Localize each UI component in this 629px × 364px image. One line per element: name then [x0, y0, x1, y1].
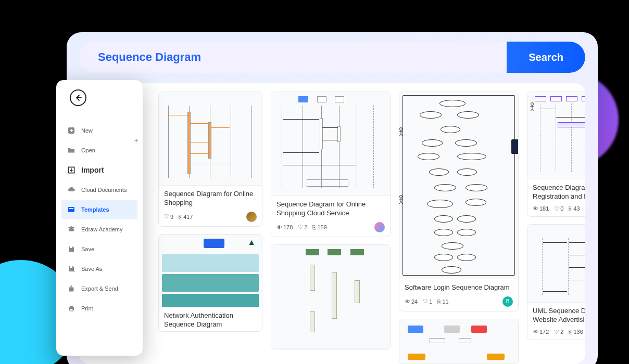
template-title: Sequence Diagram for User Registration a…: [527, 179, 585, 203]
template-thumbnail: [399, 92, 518, 279]
svg-line-3: [399, 134, 401, 136]
template-title: Software Login Sequence Diagram: [399, 279, 518, 294]
gallery-column: Sequence Diagram for Online Shopping ♡9 …: [158, 92, 262, 364]
template-thumbnail: [159, 92, 262, 186]
sidebar-item-new[interactable]: New: [61, 121, 137, 140]
app-window: Sequence Diagram Search: [67, 32, 598, 364]
plus-icon[interactable]: +: [134, 136, 139, 145]
save-icon: [67, 244, 76, 254]
academy-icon: [67, 225, 76, 234]
svg-line-8: [399, 201, 401, 204]
search-button[interactable]: Search: [507, 42, 585, 73]
sidebar-item-label: New: [81, 127, 93, 134]
template-card[interactable]: Sequence Diagram for User Registration a…: [527, 92, 585, 217]
copies-stat: ⎘136: [569, 329, 583, 335]
svg-line-9: [401, 201, 402, 204]
likes-stat: ♡2: [298, 224, 307, 230]
sidebar-item-label: Save As: [81, 266, 102, 272]
views-stat: 👁24: [405, 298, 418, 305]
gallery-column: Software Login Sequence Diagram 👁24 ♡1 ⎘…: [399, 92, 519, 364]
sidebar-item-label: Import: [81, 166, 104, 174]
template-thumbnail: [527, 92, 585, 179]
template-stats: 👁178 ♡2 ⎘159: [271, 220, 390, 237]
svg-rect-18: [71, 208, 73, 209]
svg-rect-19: [70, 246, 72, 248]
svg-line-13: [531, 109, 532, 111]
sidebar-item-print[interactable]: Print: [61, 298, 137, 318]
cloud-icon: [67, 185, 76, 194]
template-card[interactable]: [399, 319, 519, 364]
sidebar-item-academy[interactable]: Edraw Academy: [61, 219, 137, 239]
arrow-left-icon: [74, 94, 82, 102]
print-icon: [67, 304, 76, 313]
sidebar-item-export[interactable]: Export & Send: [61, 279, 137, 298]
search-input[interactable]: Sequence Diagram: [98, 50, 507, 64]
sidebar-item-label: Save: [81, 246, 94, 252]
template-title: UML Sequence Diagram Website Advertising…: [527, 303, 585, 327]
template-card[interactable]: UML Sequence Diagram Website Advertising…: [527, 224, 585, 340]
template-title: Sequence Diagram for Online Shopping: [159, 186, 262, 210]
search-bar: Sequence Diagram Search: [79, 42, 585, 73]
likes-stat: ♡2: [554, 329, 563, 335]
gallery-column: Sequence Diagram for Online Shopping Clo…: [271, 92, 391, 364]
template-card[interactable]: Sequence Diagram for Online Shopping ♡9 …: [158, 92, 262, 227]
author-avatar: B: [502, 296, 513, 307]
back-button[interactable]: [70, 89, 86, 106]
sidebar-item-label: Open: [81, 147, 95, 153]
sidebar-item-saveas[interactable]: Save As: [61, 259, 137, 279]
template-card[interactable]: [271, 244, 391, 349]
new-icon: [67, 126, 76, 135]
svg-line-14: [532, 109, 534, 111]
svg-rect-20: [70, 266, 72, 268]
copies-stat: ⎘43: [569, 205, 580, 212]
sidebar-item-label: Print: [81, 305, 93, 311]
sidebar-item-label: Edraw Academy: [81, 226, 122, 232]
save-as-icon: [67, 264, 76, 274]
likes-stat: ♡9: [164, 213, 173, 220]
svg-rect-23: [70, 309, 73, 311]
template-thumbnail: ▲: [159, 235, 262, 307]
sidebar-menu: New Open Import Cloud Documents Template…: [61, 121, 137, 318]
sidebar-item-label: Export & Send: [81, 285, 118, 292]
sidebar-item-label: Cloud Documents: [81, 187, 127, 193]
svg-point-5: [400, 196, 402, 198]
sidebar: + New Open Import Cloud Documents Templa…: [56, 80, 143, 356]
sidebar-item-templates[interactable]: Templates: [61, 200, 137, 219]
template-title: Sequence Diagram for Online Shopping Clo…: [271, 196, 390, 220]
folder-icon: [67, 146, 76, 155]
template-stats: 👁24 ♡1 ⎘11 B: [399, 294, 518, 311]
sidebar-item-cloud[interactable]: Cloud Documents: [61, 180, 137, 200]
template-thumbnail: [527, 225, 585, 303]
likes-stat: ♡0: [554, 205, 563, 212]
template-card[interactable]: ▲ Network Authentication Sequence Diagra…: [158, 234, 262, 332]
author-avatar: [246, 212, 257, 222]
template-card[interactable]: Software Login Sequence Diagram 👁24 ♡1 ⎘…: [399, 92, 519, 311]
import-icon: [67, 165, 76, 175]
copies-stat: ⎘417: [179, 214, 193, 220]
gallery-column: Sequence Diagram for User Registration a…: [527, 92, 585, 364]
template-thumbnail: [271, 92, 390, 196]
sidebar-item-import[interactable]: Import: [61, 160, 137, 180]
svg-rect-17: [69, 208, 71, 209]
sidebar-item-open[interactable]: Open: [61, 140, 137, 160]
template-thumbnail: [399, 319, 518, 364]
svg-rect-22: [70, 306, 73, 307]
svg-rect-16: [68, 207, 74, 212]
sidebar-item-save[interactable]: Save: [61, 239, 137, 259]
views-stat: 👁178: [276, 224, 293, 230]
template-stats: 👁181 ♡0 ⎘43: [527, 203, 585, 216]
template-card[interactable]: Sequence Diagram for Online Shopping Clo…: [271, 92, 391, 237]
template-stats: ♡9 ⎘417: [159, 210, 262, 226]
template-thumbnail: [271, 245, 390, 349]
templates-icon: [67, 205, 76, 214]
svg-point-10: [531, 103, 534, 106]
template-gallery: Sequence Diagram for Online Shopping ♡9 …: [79, 83, 585, 364]
cards-grid: Sequence Diagram for Online Shopping ♡9 …: [158, 92, 585, 364]
views-stat: 👁172: [533, 329, 549, 335]
likes-stat: ♡1: [423, 298, 432, 305]
svg-line-4: [401, 134, 402, 136]
template-title: Network Authentication Sequence Diagram: [159, 307, 262, 331]
author-avatar: [374, 222, 385, 232]
sidebar-item-label: Templates: [81, 206, 109, 213]
copies-stat: ⎘11: [437, 298, 448, 305]
